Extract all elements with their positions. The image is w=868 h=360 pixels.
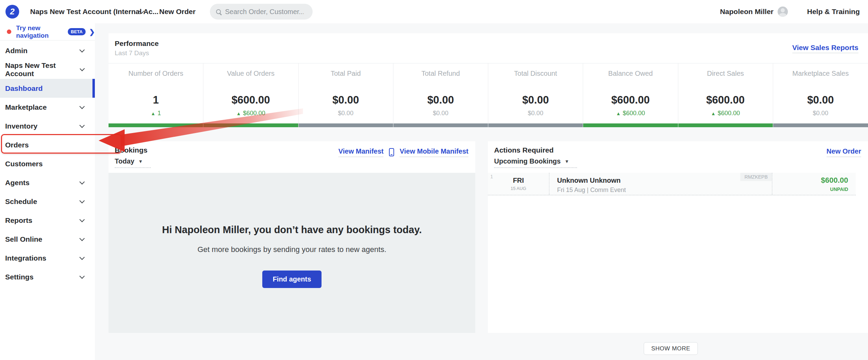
booking-row[interactable]: 1 FRI 15 AUG Unknown Unknown Fri 15 Aug … <box>488 173 856 195</box>
top-bar: 2 Naps New Test Account (Internal Ac... … <box>0 0 868 23</box>
sidebar-item-inventory[interactable]: Inventory <box>0 117 95 135</box>
search-icon <box>216 9 221 14</box>
booking-details: Fri 15 Aug | Comm Event <box>557 187 772 194</box>
chevron-down-icon <box>79 274 85 279</box>
try-new-navigation[interactable]: Try new navigation BETA ❯ <box>0 23 95 40</box>
actions-required-title: Actions Required <box>494 146 577 154</box>
metrics-row: Number of Orders 1 ▲1 Value of Orders $6… <box>109 63 868 127</box>
sidebar-item-sell-online[interactable]: Sell Online <box>0 230 95 249</box>
metric-trend-bar <box>773 123 868 127</box>
sidebar-item-agents[interactable]: Agents <box>0 173 95 192</box>
view-sales-reports-link[interactable]: View Sales Reports <box>792 44 858 53</box>
sidebar-item-marketplace[interactable]: Marketplace <box>0 98 95 117</box>
metric-balance-owed: Balance Owed $600.00 ▲$600.00 <box>583 63 678 127</box>
metric-number-of-orders: Number of Orders 1 ▲1 <box>109 63 203 127</box>
trend-up-icon: ▲ <box>711 111 716 116</box>
sidebar-item-dashboard[interactable]: Dashboard <box>0 79 95 98</box>
chevron-down-icon <box>79 198 85 204</box>
bookings-filter-dropdown[interactable]: Today ▾ <box>115 157 151 168</box>
search-input[interactable] <box>225 8 304 16</box>
caret-down-icon: ▾ <box>139 158 142 165</box>
bookings-panel: Bookings Today ▾ View Manifest View Mobi… <box>109 141 475 333</box>
empty-state-subtitle: Get more bookings by sending your rates … <box>198 245 387 254</box>
booking-date: 15 AUG <box>511 186 526 191</box>
metric-trend-bar <box>393 123 488 127</box>
account-selector-label: Naps New Test Account (Internal Ac... <box>30 8 133 16</box>
actions-required-panel: Actions Required Upcoming Bookings ▾ New… <box>488 141 868 333</box>
metric-trend-bar <box>109 123 203 127</box>
row-index: 1 <box>490 174 493 179</box>
view-mobile-manifest-link[interactable]: View Mobile Manifest <box>400 147 468 157</box>
chevron-down-icon <box>79 179 85 185</box>
bookings-empty-state: Hi Napoleon Miller, you don’t have any b… <box>109 173 475 333</box>
metric-trend-bar <box>299 123 393 127</box>
notification-dot-icon <box>7 29 11 34</box>
sidebar-item-settings[interactable]: Settings <box>0 267 95 286</box>
booking-day: FRI <box>513 177 524 184</box>
metric-trend-bar <box>488 123 583 127</box>
performance-title: Performance <box>115 39 159 48</box>
chevron-down-icon <box>79 104 85 109</box>
sidebar: Try new navigation BETA ❯ Admin Naps New… <box>0 23 95 360</box>
avatar[interactable] <box>778 7 788 17</box>
sidebar-item-admin[interactable]: Admin <box>0 41 95 60</box>
metric-total-paid: Total Paid $0.00 $0.00 <box>299 63 393 127</box>
sidebar-item-schedule[interactable]: Schedule <box>0 192 95 211</box>
chevron-down-icon <box>79 217 85 223</box>
chevron-down-icon <box>79 66 85 71</box>
metric-trend-bar <box>203 123 298 127</box>
sidebar-item-orders[interactable]: Orders <box>0 135 95 154</box>
empty-state-title: Hi Napoleon Miller, you don’t have any b… <box>162 224 422 236</box>
booking-amount: $600.00 <box>821 176 848 185</box>
beta-badge: BETA <box>68 28 86 35</box>
try-new-navigation-label: Try new navigation <box>16 24 65 39</box>
metric-marketplace-sales: Marketplace Sales $0.00 $0.00 <box>773 63 868 127</box>
trend-up-icon: ▲ <box>616 111 621 116</box>
performance-subtitle: Last 7 Days <box>115 49 159 57</box>
top-bar-right: Napoleon Miller Help & Training <box>720 7 868 17</box>
show-more-button[interactable]: SHOW MORE <box>644 342 698 355</box>
metric-value-of-orders: Value of Orders $600.00 ▲$600.00 <box>203 63 298 127</box>
find-agents-button[interactable]: Find agents <box>262 271 321 288</box>
account-selector[interactable]: Naps New Test Account (Internal Ac... <box>30 8 143 16</box>
metric-direct-sales: Direct Sales $600.00 ▲$600.00 <box>678 63 773 127</box>
mobile-phone-icon <box>389 148 394 156</box>
metric-total-discount: Total Discount $0.00 $0.00 <box>488 63 583 127</box>
metric-trend-bar <box>678 123 773 127</box>
chevron-down-icon <box>79 236 85 241</box>
user-menu[interactable]: Napoleon Miller <box>720 8 773 16</box>
sidebar-item-integrations[interactable]: Integrations <box>0 249 95 267</box>
main-content: Performance Last 7 Days View Sales Repor… <box>95 23 868 360</box>
chevron-down-icon <box>79 123 85 128</box>
sidebar-item-reports[interactable]: Reports <box>0 211 95 230</box>
trend-up-icon: ▲ <box>151 111 155 116</box>
sidebar-item-account[interactable]: Naps New Test Account <box>0 60 95 79</box>
chevron-down-icon <box>79 47 85 53</box>
booking-customer-name: Unknown Unknown <box>557 177 772 184</box>
chevron-right-icon: ❯ <box>89 28 95 36</box>
booking-code-badge: RMZKEPB <box>740 173 772 181</box>
metric-total-refund: Total Refund $0.00 $0.00 <box>393 63 488 127</box>
bookings-title: Bookings <box>115 146 151 154</box>
actions-filter-dropdown[interactable]: Upcoming Bookings ▾ <box>494 157 577 168</box>
performance-panel: Performance Last 7 Days View Sales Repor… <box>109 33 868 127</box>
sidebar-item-customers[interactable]: Customers <box>0 154 95 173</box>
caret-down-icon: ▾ <box>565 158 568 165</box>
new-order-link[interactable]: New Order <box>827 147 861 157</box>
app-logo-icon: 2 <box>5 5 19 19</box>
new-order-menu[interactable]: New Order <box>159 8 196 16</box>
view-manifest-link[interactable]: View Manifest <box>338 147 383 157</box>
chevron-down-icon <box>79 255 85 260</box>
metric-trend-bar <box>583 123 678 127</box>
help-training-link[interactable]: Help & Training <box>807 8 860 16</box>
trend-up-icon: ▲ <box>236 111 241 116</box>
payment-status-badge: UNPAID <box>830 187 848 192</box>
global-search[interactable] <box>210 4 313 20</box>
